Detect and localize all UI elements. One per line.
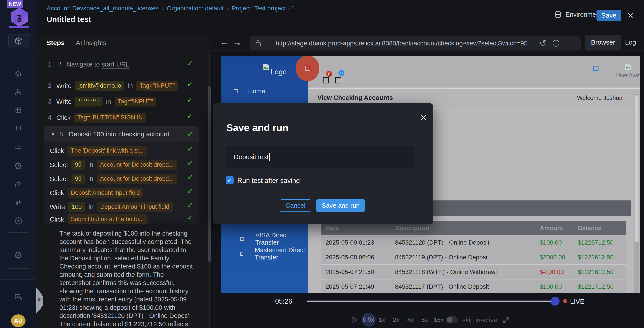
steps-panel: Steps AI insights 1 Navigate to start UR…: [36, 35, 211, 328]
bank-scrollbar-thumb[interactable]: [634, 95, 638, 242]
cube-icon: [14, 37, 23, 45]
step-group-header[interactable]: ✦ 5 Deposit 100 into checking account ✓: [44, 127, 199, 142]
step-value-badge[interactable]: jsmith@demo.io: [75, 81, 124, 91]
chat-question-icon: ?: [14, 293, 23, 301]
save-and-run-button[interactable]: Save and run: [316, 199, 365, 212]
table-row[interactable]: 2025-05-09 01:23 845321120 (DPT) - Onlin…: [321, 235, 626, 250]
step-selector-badge[interactable]: Deposit Amount input field: [68, 188, 143, 198]
step-selector-badge[interactable]: Tag="INPUT": [136, 81, 178, 91]
col-header-balance[interactable]: Balance: [573, 221, 626, 235]
breadcrumb-project[interactable]: Project: Test project - 1: [232, 5, 295, 12]
playback-knob[interactable]: [551, 297, 560, 306]
step-selector-badge[interactable]: Tag="INPUT": [114, 97, 156, 107]
speed-4x[interactable]: 4x: [407, 316, 414, 324]
sidebar-item-help-chat[interactable]: ?: [0, 293, 36, 301]
svg-text:i: i: [556, 41, 557, 46]
sidebar-item-integrations[interactable]: ∞: [0, 216, 36, 225]
step-row[interactable]: 2 Write jsmith@demo.io in Tag="INPUT": [48, 81, 178, 91]
step-action: Click: [50, 189, 64, 197]
sidebar-item-checklist[interactable]: [0, 143, 36, 151]
environment-icon: [554, 10, 562, 18]
table-row[interactable]: 2025-05-08 06:06 845321119 (DPT) - Onlin…: [321, 250, 626, 265]
step-selector-badge[interactable]: Account for Deposit dropd...: [97, 174, 177, 184]
bank-nav-mastercard[interactable]: Mastercard Direct Transfer: [240, 247, 308, 261]
speed-1x[interactable]: 1x: [379, 316, 385, 324]
skip-inactive-label[interactable]: skip inactive: [462, 317, 497, 324]
close-icon[interactable]: ✕: [627, 11, 634, 20]
col-header-amount[interactable]: Amount: [535, 221, 573, 235]
table-row[interactable]: 2025-05-07 21:49 845321117 (DPT) - Onlin…: [321, 280, 626, 293]
tab-browser[interactable]: Browser: [585, 35, 621, 50]
expand-icon[interactable]: [502, 317, 510, 324]
substep-row[interactable]: Click Deposit Amount input field: [50, 188, 143, 198]
step-value-badge[interactable]: *********: [75, 97, 102, 107]
step-row-navigate[interactable]: 1 Navigate to start URL: [48, 61, 130, 68]
success-check-icon: ✓: [187, 201, 193, 209]
success-check-icon: ✓: [187, 213, 193, 222]
sidebar-item-support[interactable]: ?: [0, 179, 36, 188]
step-selector-badge[interactable]: Account for Deposit dropd...: [97, 160, 177, 170]
run-after-saving-checkbox[interactable]: ✓: [226, 176, 234, 184]
step-connector: in: [106, 98, 111, 105]
checkbox-label[interactable]: Run test after saving: [237, 177, 300, 185]
steps-scrollbar-thumb[interactable]: [208, 86, 211, 262]
substep-row[interactable]: Click Submit button at the botto...: [50, 214, 147, 224]
step-row[interactable]: 3 Write ********* in Tag="INPUT": [48, 97, 156, 107]
new-badge: NEW: [6, 0, 23, 8]
browser-back-icon[interactable]: ←: [220, 37, 229, 47]
step-selector-badge[interactable]: The 'Deposit' link with a si...: [68, 146, 147, 156]
substep-row[interactable]: Click The 'Deposit' link with a si...: [50, 146, 147, 156]
url-text[interactable]: http://stage.dbank.prod-apps.relicx.ai:8…: [276, 40, 528, 47]
step-selector-badge[interactable]: Deposit Amount input field: [97, 202, 173, 212]
sidebar-item-columns[interactable]: [0, 124, 36, 133]
modal-close-icon[interactable]: ✕: [420, 113, 427, 123]
start-url-link[interactable]: start URL: [102, 61, 130, 68]
notification-icon-placeholder[interactable]: [323, 77, 329, 83]
tab-steps[interactable]: Steps: [47, 39, 65, 46]
message-icon-placeholder[interactable]: [335, 77, 341, 83]
bank-nav-visa[interactable]: VISA Direct Transfer: [240, 232, 308, 246]
logo-underline: [9, 26, 29, 28]
step-selector-badge[interactable]: Tag="BUTTON" SIGN IN: [74, 113, 146, 123]
save-button[interactable]: Save: [596, 10, 621, 21]
table-row[interactable]: 2025-05-07 21:50 845321118 (WTH) - Onlin…: [321, 265, 626, 280]
sidebar-item-slack[interactable]: [0, 198, 36, 207]
speed-0.5x-active[interactable]: 0.5x: [362, 313, 376, 327]
speed-16x[interactable]: 16x: [434, 316, 444, 324]
sidebar-item-settings[interactable]: ⚙: [0, 161, 36, 170]
user-avatar[interactable]: AU: [11, 314, 26, 327]
url-bar[interactable]: http://stage.dbank.prod-apps.relicx.ai:8…: [250, 36, 581, 50]
bank-nav-home[interactable]: Home: [234, 88, 265, 95]
bank-user-avatar[interactable]: User Avat: [616, 63, 640, 79]
bank-logo[interactable]: Logo: [262, 63, 286, 76]
sidebar-item-grid[interactable]: [0, 106, 36, 114]
substep-row[interactable]: Write 100 in Deposit Amount input field: [50, 202, 173, 212]
test-name-input[interactable]: Deposit test: [226, 147, 414, 167]
substep-row[interactable]: Select 95 in Account for Deposit dropd..…: [50, 174, 177, 184]
sidebar-item-tests-active[interactable]: [8, 34, 29, 48]
speed-8x[interactable]: 8x: [422, 316, 428, 324]
info-icon[interactable]: i: [552, 39, 560, 48]
breadcrumb-account[interactable]: Account: Devspace_all_module_licenses: [47, 5, 158, 12]
breadcrumb-organization[interactable]: Organization: default: [167, 5, 224, 12]
step-row[interactable]: 4 Click Tag="BUTTON" SIGN IN: [48, 113, 146, 123]
tab-log[interactable]: Log: [625, 35, 636, 50]
bank-nav-label: VISA Direct Transfer: [255, 232, 308, 246]
step-value-badge[interactable]: 95: [72, 160, 85, 170]
tab-ai-insights[interactable]: AI insights: [76, 39, 106, 46]
step-action: Write: [56, 82, 72, 90]
cancel-button[interactable]: Cancel: [280, 199, 311, 212]
sidebar-item-lab[interactable]: [0, 88, 36, 96]
playback-track[interactable]: [306, 301, 555, 302]
substep-row[interactable]: Select 95 in Account for Deposit dropd..…: [50, 160, 177, 170]
sidebar-item-home[interactable]: [0, 69, 36, 78]
speed-2x[interactable]: 2x: [393, 316, 400, 324]
step-value-badge[interactable]: 95: [72, 174, 85, 184]
sidebar-item-admin-settings[interactable]: ⚙: [0, 250, 36, 260]
step-selector-badge[interactable]: Submit button at the botto...: [68, 214, 147, 224]
reload-icon[interactable]: ↺: [539, 38, 546, 48]
step-value-badge[interactable]: 100: [68, 202, 85, 212]
play-icon[interactable]: [351, 316, 358, 324]
topbar-square-icon[interactable]: [593, 66, 598, 71]
browser-forward-icon[interactable]: →: [233, 37, 242, 47]
